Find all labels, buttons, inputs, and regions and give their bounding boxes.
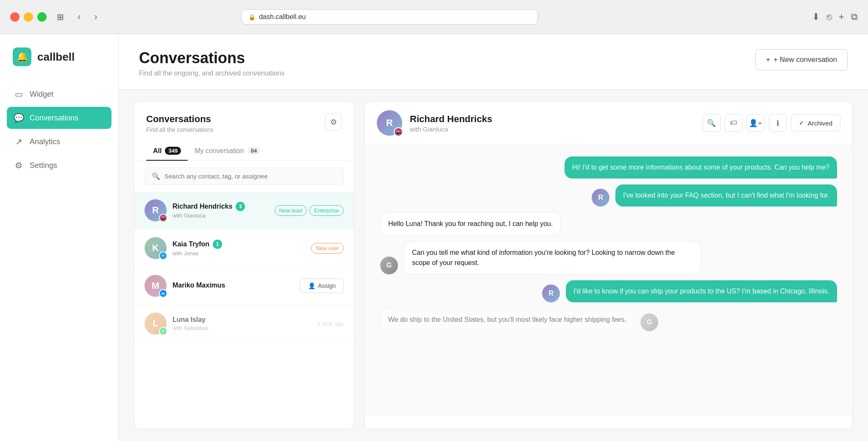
sidebar-toggle-button[interactable]: ⊞ [53,10,67,24]
sidebar-item-label-analytics: Analytics [30,137,60,146]
channel-badge-messenger: m [159,289,167,298]
search-icon: 🔍 [152,172,160,180]
tag-new-user: New user [311,243,344,254]
conv-name-mariko: Mariko Maximus [172,282,225,289]
tab-my-badge: 84 [248,147,260,155]
message-row-5: I'd like to know if you can ship your pr… [380,280,837,302]
share-icon[interactable]: ⎋ [826,11,832,22]
tag-new-lead: New lead [275,205,307,216]
conv-time-luna: 1 hour ago [317,321,344,327]
chat-panel: R 📷 Richard Hendricks with Gianluca 🔍 🏷 … [364,101,853,429]
chat-footer [365,415,852,429]
minimize-button[interactable] [24,12,33,22]
channel-badge-instagram: 📷 [159,214,167,222]
panel-title: Conversations [146,114,214,125]
sidebar-item-widget[interactable]: ▭ Widget [7,83,111,105]
msg-avatar-sent: R [592,189,609,207]
back-button[interactable]: ‹ [74,10,84,24]
conv-name-kaia: Kaia Tryfon [172,240,209,248]
chat-info-button[interactable]: ℹ [769,114,787,132]
settings-icon: ⚙ [14,160,24,170]
assign-button-mariko[interactable]: 👤 Assign [300,279,344,293]
conv-badge-kaia: 1 [213,240,222,249]
browser-actions: ⬇ ⎋ + ⧉ [812,11,858,22]
conversation-item-richard[interactable]: R 📷 Richard Hendricks 3 with Gianluca Ne… [134,192,354,229]
conv-info-kaia: Kaia Tryfon 1 with Jonas [172,240,305,257]
panel-title-area: Conversations Find all the conversations [146,114,214,133]
chat-channel-badge: 📷 [394,127,403,137]
analytics-icon: ↗ [14,137,24,147]
add-tab-icon[interactable]: + [839,11,844,22]
message-row-6: We do ship to the United States, but you… [380,308,837,331]
close-button[interactable] [10,12,19,22]
conv-name-row-richard: Richard Hendricks 3 [172,202,269,211]
sidebar-nav: ▭ Widget 💬 Conversations ↗ Analytics ⚙ S… [0,83,118,176]
logo-icon: 🔔 [13,47,31,66]
browser-chrome: ⊞ ‹ › 🔒 dash.callbell.eu ⬇ ⎋ + ⧉ [0,0,868,34]
app-container: 🔔 callbell ▭ Widget 💬 Conversations ↗ An… [0,34,868,441]
chat-search-button[interactable]: 🔍 [703,114,721,132]
conv-badge-richard: 3 [236,202,245,211]
avatar-wrap-richard: R 📷 [145,199,167,221]
message-bubble-5: I'd like to know if you can ship your pr… [566,280,837,302]
conv-sub-richard: with Gianluca [172,212,269,219]
forward-button[interactable]: › [91,10,100,24]
sidebar-item-settings[interactable]: ⚙ Settings [7,154,111,176]
conversation-item-kaia[interactable]: K ✈ Kaia Tryfon 1 with Jonas New user [134,229,354,267]
message-bubble-3: Hello Luna! Thank you for reaching out, … [380,212,561,235]
download-icon[interactable]: ⬇ [812,11,820,22]
page-title-area: Conversations Find all the ongoing, and … [139,49,284,77]
new-conversation-button[interactable]: + + New conversation [755,49,848,70]
tag-enterprise: Enterprise [309,205,344,216]
tabs-icon[interactable]: ⧉ [851,11,858,22]
page-subtitle: Find all the ongoing, and archived conve… [139,70,284,77]
tab-all[interactable]: All 349 [146,142,188,161]
search-input[interactable] [164,173,337,180]
new-conversation-label: + New conversation [773,56,837,64]
tab-my-conversation[interactable]: My conversation 84 [188,142,267,161]
checkmark-icon: ✓ [799,119,804,127]
message-bubble-4: Can you tell me what kind of information… [404,241,701,274]
chat-avatar-wrap: R 📷 [377,110,402,136]
sidebar-item-analytics[interactable]: ↗ Analytics [7,131,111,153]
archived-button[interactable]: ✓ Archived [791,114,840,131]
conv-name-richard: Richard Hendricks [172,203,232,210]
lock-icon: 🔒 [248,14,256,20]
conv-name-row-kaia: Kaia Tryfon 1 [172,240,305,249]
conversation-item-mariko[interactable]: M m Mariko Maximus 👤 Assign [134,267,354,305]
conversations-icon: 💬 [14,113,24,123]
message-row-2: I've looked into your FAQ section, but I… [380,184,837,207]
conversation-item-luna[interactable]: L ✆ Luna Islay with Sebastian 1 hour ago [134,305,354,343]
conv-tags-richard: New lead Enterprise [275,205,344,216]
maximize-button[interactable] [37,12,47,22]
plus-icon: + [766,56,770,64]
chat-header: R 📷 Richard Hendricks with Gianluca 🔍 🏷 … [365,102,852,145]
avatar-wrap-luna: L ✆ [145,313,167,335]
tab-all-label: All [153,147,161,155]
sidebar-item-conversations[interactable]: 💬 Conversations [7,107,111,129]
message-row-3: Hello Luna! Thank you for reaching out, … [380,212,837,235]
panel-settings-button[interactable]: ⚙ [325,114,342,131]
conversations-panel: Conversations Find all the conversations… [134,101,354,429]
sidebar-logo: 🔔 callbell [0,47,118,83]
chat-user-sub: with Gianluca [410,126,695,133]
chat-tag-button[interactable]: 🏷 [725,114,743,132]
chat-user-info: Richard Hendricks with Gianluca [410,114,695,133]
conv-tags-kaia: New user [311,243,344,254]
address-bar: 🔒 dash.callbell.eu [241,9,538,25]
conversation-list: R 📷 Richard Hendricks 3 with Gianluca Ne… [134,192,354,429]
conv-name-row-luna: Luna Islay [172,316,312,324]
message-bubble-1: Hi! I'd to get some more informations ab… [565,156,837,179]
channel-badge-whatsapp: ✆ [159,327,167,335]
logo-text: callbell [37,50,75,64]
sidebar-item-label-widget: Widget [30,90,53,99]
message-row-4: G Can you tell me what kind of informati… [380,241,837,274]
message-bubble-2: I've looked into your FAQ section, but I… [615,184,837,207]
assign-icon: 👤 [308,282,315,289]
message-row-1: Hi! I'd to get some more informations ab… [380,156,837,179]
sidebar-item-label-conversations: Conversations [30,114,78,123]
panel-header: Conversations Find all the conversations… [134,102,354,142]
chat-add-user-button[interactable]: 👤+ [747,114,765,132]
url-text: dash.callbell.eu [259,13,306,21]
msg-avatar-sent-5: R [542,285,560,302]
